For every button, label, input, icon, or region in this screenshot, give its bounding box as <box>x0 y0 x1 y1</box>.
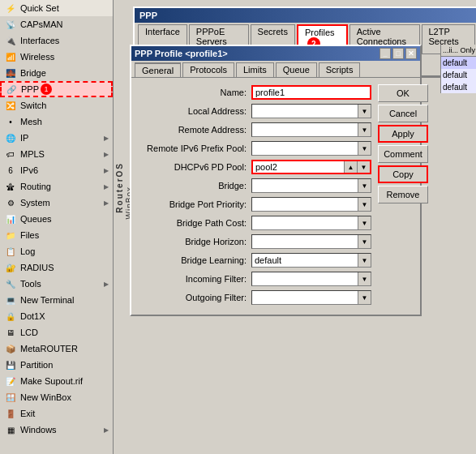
outgoing-filter-dropdown[interactable]: ▼ <box>251 290 371 305</box>
incoming-filter-arrow[interactable]: ▼ <box>358 272 371 285</box>
sidebar-item-ip[interactable]: 🌐 IP ▶ <box>0 130 113 146</box>
tools-submenu-arrow: ▶ <box>104 281 109 288</box>
close-button[interactable]: ✕ <box>405 48 417 59</box>
remote-address-dropdown[interactable]: ▼ <box>251 122 371 137</box>
routing-submenu-arrow: ▶ <box>104 183 109 191</box>
sidebar-item-label: IPv6 <box>20 165 38 175</box>
sidebar-item-dot1x[interactable]: 🔒 Dot1X <box>0 308 113 324</box>
bridge-port-priority-dropdown[interactable]: ▼ <box>251 197 371 212</box>
sidebar-item-ppp[interactable]: 🔗 PPP 1 <box>0 81 113 97</box>
dialog-tab-general[interactable]: General <box>135 62 181 77</box>
sidebar-item-exit[interactable]: 🚪 Exit <box>0 405 113 422</box>
minimize-button[interactable]: _ <box>380 48 391 59</box>
remote-ipv6-arrow[interactable]: ▼ <box>358 142 371 155</box>
bridge-learning-value: default <box>255 255 368 265</box>
dialog-tab-scripts[interactable]: Scripts <box>319 62 361 77</box>
sidebar-item-switch[interactable]: 🔀 Switch <box>0 97 113 114</box>
sidebar-item-tools[interactable]: 🔧 Tools ▶ <box>0 276 113 292</box>
sidebar-item-label: Switch <box>20 101 46 110</box>
local-address-arrow[interactable]: ▼ <box>358 105 371 118</box>
outgoing-filter-label: Outgoing Filter: <box>138 293 251 302</box>
bridge-port-priority-label: Bridge Port Priority: <box>138 199 251 209</box>
comment-button[interactable]: Comment <box>378 145 428 163</box>
ok-button[interactable]: OK <box>378 84 428 102</box>
sidebar-item-bridge[interactable]: 🌉 Bridge <box>0 65 113 81</box>
sidebar-item-make-supout[interactable]: 📝 Make Supout.rif <box>0 373 113 389</box>
sidebar-item-quick-set[interactable]: ⚡ Quick Set <box>0 0 113 16</box>
windows-submenu-arrow: ▶ <box>104 426 109 434</box>
bridge-port-priority-row: Bridge Port Priority: ▼ <box>138 196 371 212</box>
tools-icon: 🔧 <box>4 277 17 290</box>
bridge-learning-label: Bridge Learning: <box>138 255 251 265</box>
ipv6-submenu-arrow: ▶ <box>104 167 109 174</box>
sidebar-item-files[interactable]: 📁 Files <box>0 227 113 243</box>
dialog-tab-limits[interactable]: Limits <box>236 62 274 77</box>
dialog-tabs: General Protocols Limits Queue Scripts <box>131 61 420 78</box>
sidebar-item-label: Files <box>20 230 39 240</box>
queues-icon: 📊 <box>4 212 17 225</box>
sidebar-item-wireless[interactable]: 📶 Wireless <box>0 49 113 65</box>
ip-icon: 🌐 <box>4 131 17 144</box>
sidebar-item-ipv6[interactable]: 6 IPv6 ▶ <box>0 162 113 178</box>
sidebar-item-label: Routing <box>20 182 51 191</box>
sidebar-item-mesh[interactable]: • Mesh <box>0 114 113 130</box>
dhcpv6-up-arrow[interactable]: ▲ <box>344 161 357 173</box>
dialog-tab-queue[interactable]: Queue <box>276 62 317 77</box>
sidebar-item-label: Exit <box>20 409 35 418</box>
terminal-icon: 💻 <box>4 293 17 306</box>
sidebar-item-label: IP <box>20 133 28 143</box>
bridge-arrow[interactable]: ▼ <box>358 179 371 192</box>
dialog-tab-protocols[interactable]: Protocols <box>182 62 234 77</box>
sidebar-item-metarouter[interactable]: 📦 MetaROUTER <box>0 340 113 357</box>
dialog-titlebar: PPP Profile <profile1> _ □ ✕ <box>131 46 420 61</box>
sidebar-item-system[interactable]: ⚙ System ▶ <box>0 195 113 211</box>
incoming-filter-label: Incoming Filter: <box>138 274 251 284</box>
dialog-titlebar-buttons: _ □ ✕ <box>380 48 417 59</box>
sidebar-item-partition[interactable]: 💾 Partition <box>0 357 113 373</box>
sidebar-item-new-winbox[interactable]: 🪟 New WinBox <box>0 389 113 405</box>
bridge-port-priority-arrow[interactable]: ▼ <box>358 198 371 211</box>
sidebar-item-label: Bridge <box>20 68 46 78</box>
copy-button[interactable]: Copy <box>378 165 428 183</box>
sidebar-item-label: Quick Set <box>20 3 59 13</box>
cancel-button[interactable]: Cancel <box>378 105 428 122</box>
sidebar-item-label: New WinBox <box>20 392 71 402</box>
sidebar-item-windows[interactable]: ▦ Windows ▶ <box>0 422 113 438</box>
bridge-dropdown[interactable]: ▼ <box>251 178 371 193</box>
main-content: RouterOS WinBox PPP Interface PPPoE Serv… <box>114 0 476 454</box>
maximize-button[interactable]: □ <box>392 48 404 59</box>
name-input[interactable] <box>251 85 371 100</box>
bridge-learning-dropdown[interactable]: default ▼ <box>251 253 371 268</box>
remote-ipv6-label: Remote IPv6 Prefix Pool: <box>138 143 251 153</box>
sidebar-item-routing[interactable]: 🛣 Routing ▶ <box>0 178 113 195</box>
wireless-icon: 📶 <box>4 50 17 63</box>
sidebar-item-new-terminal[interactable]: 💻 New Terminal <box>0 292 113 308</box>
bridge-path-cost-arrow[interactable]: ▼ <box>358 216 371 229</box>
bridge-path-cost-dropdown[interactable]: ▼ <box>251 216 371 230</box>
sidebar-item-mpls[interactable]: 🏷 MPLS ▶ <box>0 146 113 162</box>
mpls-submenu-arrow: ▶ <box>104 151 109 158</box>
exit-icon: 🚪 <box>4 407 17 420</box>
bridge-learning-row: Bridge Learning: default ▼ <box>138 252 371 268</box>
remote-ipv6-dropdown[interactable]: ▼ <box>251 141 371 156</box>
bridge-path-cost-row: Bridge Path Cost: ▼ <box>138 215 371 231</box>
sidebar-item-lcd[interactable]: 🖥 LCD <box>0 324 113 340</box>
remote-address-arrow[interactable]: ▼ <box>358 123 371 136</box>
bridge-horizon-dropdown[interactable]: ▼ <box>251 234 371 249</box>
remove-button[interactable]: Remove <box>378 186 428 203</box>
incoming-filter-dropdown[interactable]: ▼ <box>251 272 371 286</box>
remote-ipv6-row: Remote IPv6 Prefix Pool: ▼ <box>138 140 371 156</box>
sidebar-item-queues[interactable]: 📊 Queues <box>0 211 113 227</box>
sidebar-item-label: LCD <box>20 328 38 337</box>
sidebar-item-label: CAPsMAN <box>20 19 63 29</box>
bridge-learning-arrow[interactable]: ▼ <box>358 254 371 267</box>
sidebar-item-capsman[interactable]: 📡 CAPsMAN <box>0 16 113 32</box>
sidebar-item-radius[interactable]: 🔐 RADIUS <box>0 259 113 276</box>
bridge-horizon-arrow[interactable]: ▼ <box>358 235 371 248</box>
local-address-dropdown[interactable]: ▼ <box>251 104 371 118</box>
dhcpv6-down-arrow[interactable]: ▼ <box>357 161 370 173</box>
sidebar-item-log[interactable]: 📋 Log <box>0 243 113 259</box>
apply-button[interactable]: Apply <box>378 125 428 143</box>
outgoing-filter-arrow[interactable]: ▼ <box>358 291 371 304</box>
sidebar-item-interfaces[interactable]: 🔌 Interfaces <box>0 32 113 49</box>
